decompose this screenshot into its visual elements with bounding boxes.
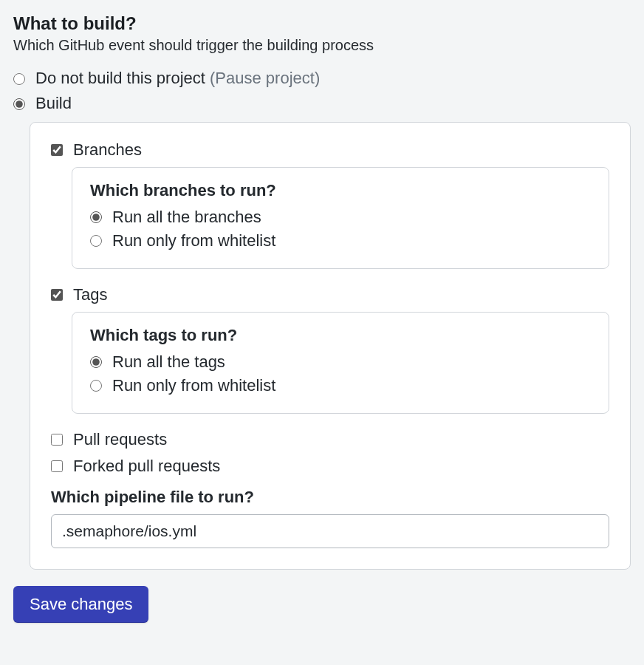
do-not-build-radio[interactable]: [13, 73, 25, 85]
tags-run-all-label: Run all the tags: [112, 352, 225, 372]
branches-subpanel-title: Which branches to run?: [90, 181, 591, 200]
branches-checkbox[interactable]: [51, 144, 63, 156]
branches-run-all-row[interactable]: Run all the branches: [90, 208, 591, 227]
branches-whitelist-label: Run only from whitelist: [112, 231, 275, 250]
build-settings-form: What to build? Which GitHub event should…: [13, 13, 631, 623]
forked-pull-requests-label: Forked pull requests: [73, 457, 220, 476]
pipeline-file-label: Which pipeline file to run?: [51, 488, 609, 507]
section-title: What to build?: [13, 13, 631, 34]
branches-run-all-radio[interactable]: [90, 211, 102, 223]
tags-subpanel: Which tags to run? Run all the tags Run …: [72, 312, 609, 414]
branches-checkbox-row[interactable]: Branches: [51, 140, 609, 160]
tags-run-all-radio[interactable]: [90, 356, 102, 368]
pull-requests-checkbox-row[interactable]: Pull requests: [51, 430, 609, 449]
section-subtitle: Which GitHub event should trigger the bu…: [13, 37, 631, 54]
tags-checkbox[interactable]: [51, 289, 63, 301]
tags-subpanel-title: Which tags to run?: [90, 326, 591, 345]
tags-label: Tags: [73, 285, 107, 304]
build-options-panel: Branches Which branches to run? Run all …: [30, 122, 631, 570]
tags-whitelist-radio[interactable]: [90, 380, 102, 392]
branches-subpanel: Which branches to run? Run all the branc…: [72, 167, 609, 269]
branches-run-all-label: Run all the branches: [112, 208, 261, 227]
forked-pull-requests-checkbox[interactable]: [51, 460, 63, 472]
pull-requests-checkbox[interactable]: [51, 434, 63, 446]
branches-label: Branches: [73, 140, 142, 160]
build-mode-do-not-build[interactable]: Do not build this project (Pause project…: [13, 69, 631, 88]
forked-pull-requests-checkbox-row[interactable]: Forked pull requests: [51, 457, 609, 476]
save-changes-button[interactable]: Save changes: [13, 586, 148, 623]
build-mode-build[interactable]: Build: [13, 94, 631, 113]
tags-whitelist-row[interactable]: Run only from whitelist: [90, 376, 591, 395]
tags-checkbox-row[interactable]: Tags: [51, 285, 609, 304]
do-not-build-label: Do not build this project (Pause project…: [35, 69, 320, 88]
tags-whitelist-label: Run only from whitelist: [112, 376, 275, 395]
pause-project-hint: (Pause project): [210, 69, 320, 87]
build-label: Build: [35, 94, 72, 113]
pull-requests-label: Pull requests: [73, 430, 167, 449]
build-radio[interactable]: [13, 98, 25, 110]
branches-whitelist-radio[interactable]: [90, 235, 102, 247]
tags-run-all-row[interactable]: Run all the tags: [90, 352, 591, 372]
pipeline-file-input[interactable]: [51, 514, 609, 548]
branches-whitelist-row[interactable]: Run only from whitelist: [90, 231, 591, 250]
